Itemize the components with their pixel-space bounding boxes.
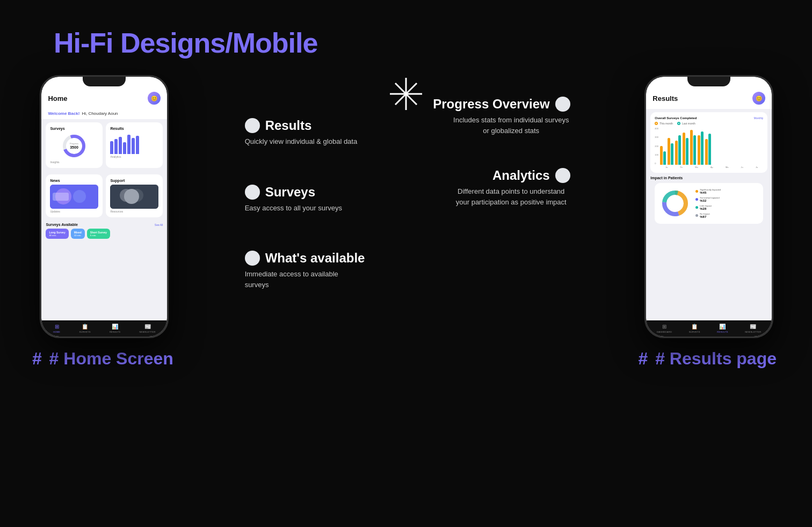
nav-dashboard-results[interactable]: ⊞ DASHBOARD [657,324,672,333]
bar-group-6 [698,131,704,165]
bar-teal-3 [678,135,681,165]
x-axis-labels: Ja Fe Ma Ap Ma Ju Ju [660,166,763,169]
callout-surveys-title: Surveys [245,185,365,200]
impact-card-container: Impact in Patients [650,176,767,224]
callout-analytics-label: Analytics [492,168,550,183]
callout-available-label: What's available [265,251,365,266]
x-label-fe: Fe [680,166,683,169]
callout-results: Results Quickly view individual & global… [245,118,365,147]
bar-chart-area [660,127,763,165]
surveys-card-title: Surveys [50,127,98,130]
impact-legend-significant: Significantly Impacted %45 [695,188,721,194]
impact-legend-little: Little Impact %28 [695,204,721,210]
support-card[interactable]: Support Resources [106,174,163,217]
page-title: Hi-Fi Designs/Mobile [0,0,812,59]
home-grid-top: Surveys Progress 3500 Insights [41,119,167,171]
nav-results-active[interactable]: 📊 RESULTS [717,324,728,333]
y-axis-labels: 400 300 200 100 0 [655,127,658,165]
user-avatar-results[interactable]: 😊 [752,92,765,105]
bar-teal-5 [693,135,696,165]
x-label-ja: Ja [665,166,668,169]
svg-text:Progress: Progress [70,142,78,145]
nav-newsletter-results[interactable]: 📰 NEWSLETTER [745,324,761,333]
impact-card: Significantly Impacted %45 Somewhat Impa… [655,183,763,224]
results-bottom-nav: ⊞ DASHBOARD 📋 SURVEYS 📊 RESULTS 📰 NEWSLE… [646,320,772,336]
nav-surveys-results[interactable]: 📋 SURVEYS [689,324,700,333]
bar-orange-7 [705,139,708,165]
nav-results[interactable]: 📊 RESULTS [110,324,120,333]
impact-legend-somewhat: Somewhat Impacted %32 [695,196,721,202]
nav-surveys[interactable]: 📋 SURVEYS [79,324,90,333]
home-phone-frame: Home 😊 Welcome Back! Hi, Choudary Aoun S… [40,75,169,338]
welcome-text: Welcome Back! [48,111,79,116]
nav-newsletter[interactable]: 📰 NEWSLETTER [139,324,155,333]
x-label-ap: Ap [711,166,713,169]
see-all-link[interactable]: See All [155,223,163,226]
svg-point-15 [124,189,139,204]
legend-last-month: Last month [677,122,695,125]
callout-progress-desc: Includes stats from individual surveys o… [452,115,570,136]
phone-notch-results [687,77,730,86]
home-screen: Home 😊 Welcome Back! Hi, Choudary Aoun S… [41,77,167,336]
results-card[interactable]: Results Analytics [106,122,163,168]
surveys-nav-label: SURVEYS [79,331,90,333]
surveys-card[interactable]: Surveys Progress 3500 Insights [46,122,103,168]
long-survey-pill[interactable]: Long Survey 40 min. [46,229,68,239]
impact-significant-pct: %45 [700,191,721,194]
short-survey-pill[interactable]: Short Survey 6 min. [87,229,110,239]
callout-surveys-label: Surveys [265,185,315,200]
bar-teal-1 [663,151,666,165]
results-active-nav-icon: 📊 [719,324,726,330]
news-card[interactable]: News Updates [46,174,103,217]
newsletter-results-nav-label: NEWSLETTER [745,331,761,333]
bar-teal-7 [708,134,711,165]
callout-results-title: Results [245,118,365,133]
impact-no-pct: %87 [700,215,709,218]
short-survey-time: 6 min. [90,234,107,237]
star-decoration [387,75,425,115]
results-screen-subtitle-text: # Results page [655,349,777,368]
bar-group-5 [690,130,696,165]
newsletter-results-nav-icon: 📰 [750,324,756,330]
callout-analytics-title: Analytics [492,168,570,183]
callout-progress-label: Progress Overview [433,97,549,112]
results-screen-title: Results [653,94,678,103]
results-nav-icon: 📊 [112,324,118,330]
impact-somewhat-pct: %32 [700,199,719,202]
chart-filter[interactable]: Monthly [754,116,764,120]
callout-analytics-desc: Different data points to understand your… [452,186,570,207]
impact-somewhat-text: Somewhat Impacted %32 [700,196,719,202]
bar-group-1 [660,146,666,165]
legend-dot-last-month [677,122,680,125]
mixed-survey-time: 12 min. [74,234,82,237]
impact-dot-significant [695,190,698,193]
callout-analytics: Analytics Different data points to under… [433,168,570,207]
news-card-title: News [50,179,98,182]
callout-results-desc: Quickly view individual & global data [245,136,363,147]
callout-progress: Progress Overview Includes stats from in… [433,97,570,136]
bar-group-3 [675,135,681,165]
dashboard-nav-label: DASHBOARD [657,331,672,333]
surveys-nav-icon: 📋 [82,324,88,330]
callout-analytics-dot [555,168,570,183]
news-card-footer: Updates [50,210,98,213]
svg-point-10 [73,190,86,203]
y-label-300: 300 [655,136,658,138]
nav-home[interactable]: ⊞ HOME [53,324,60,333]
chart-card: Overall Surveys Completed Monthly This m… [650,112,767,173]
home-screen-title: Home [48,94,67,103]
chart-card-title: Overall Surveys Completed [655,116,697,120]
impact-legend: Significantly Impacted %45 Somewhat Impa… [695,187,721,219]
results-active-nav-label: RESULTS [717,331,728,333]
news-card-image [50,185,98,209]
x-label-ma2: Ma [726,166,729,169]
impact-little-text: Little Impact %28 [700,204,712,210]
home-screen-label: # # Home Screen [32,349,177,369]
bar-orange-2 [668,138,670,165]
callout-results-dot [245,118,260,133]
user-avatar-home[interactable]: 😊 [148,92,161,105]
bar-group-7 [705,134,711,165]
mixed-survey-pill[interactable]: Mixed 12 min. [71,229,85,239]
results-screen-label: # # Results page [639,349,780,369]
callout-available-dot [245,251,260,266]
